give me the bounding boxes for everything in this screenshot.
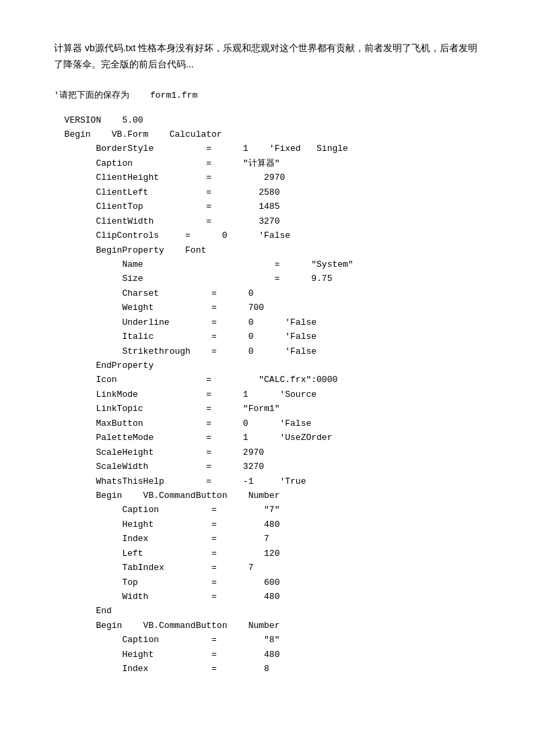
code-block: VERSION 5.00 Begin VB.Form Calculator Bo… (54, 113, 480, 676)
save-note: '请把下面的保存为 form1.frm (54, 89, 480, 101)
intro-paragraph: 计算器 vb源代码.txt 性格本身没有好坏，乐观和悲观对这个世界都有贡献，前者… (54, 40, 480, 73)
